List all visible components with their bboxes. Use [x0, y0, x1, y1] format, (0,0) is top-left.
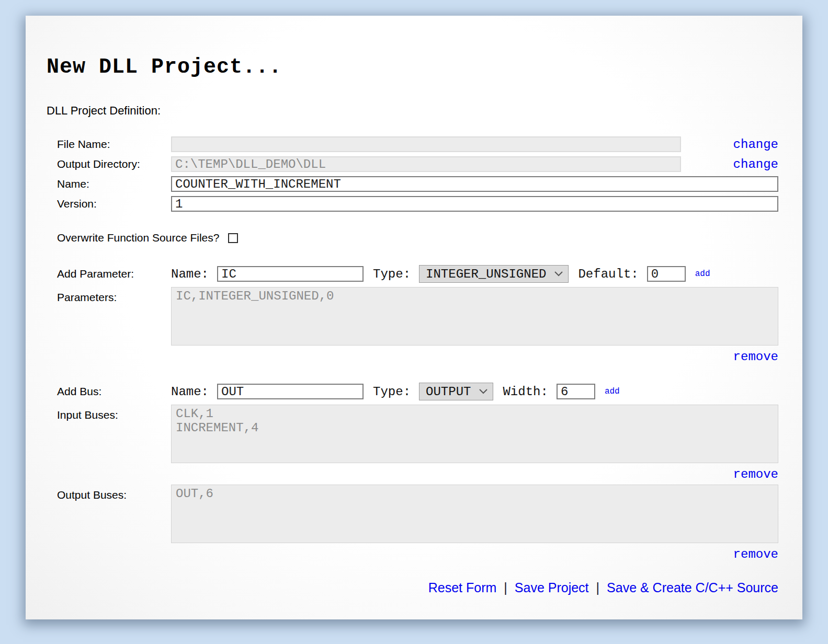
save-create-source-link[interactable]: Save & Create C/C++ Source: [607, 580, 778, 595]
save-project-link[interactable]: Save Project: [515, 580, 589, 595]
file-name-input: [171, 136, 681, 152]
chevron-down-icon: [479, 389, 487, 394]
output-directory-input: [171, 156, 681, 172]
parameters-row: Parameters:: [57, 287, 778, 346]
bus-type-select[interactable]: OUTPUT: [419, 383, 493, 400]
form-actions: Reset Form | Save Project | Save & Creat…: [57, 580, 778, 595]
add-parameter-row: Add Parameter: Name: Type: INTEGER_UNSIG…: [57, 265, 778, 283]
bus-name-input[interactable]: [217, 384, 364, 399]
overwrite-row: Overwrite Function Source Files?: [57, 232, 778, 244]
input-buses-remove-link[interactable]: remove: [733, 467, 778, 481]
dll-project-form: File Name: change Output Directory: chan…: [47, 136, 778, 595]
name-label: Name:: [57, 178, 171, 190]
version-input[interactable]: [171, 196, 778, 212]
output-buses-row: Output Buses:: [57, 485, 778, 543]
output-directory-row: Output Directory: change: [57, 156, 778, 172]
output-buses-remove-link[interactable]: remove: [733, 547, 778, 561]
overwrite-label: Overwrite Function Source Files?: [57, 232, 219, 244]
parameter-default-input[interactable]: [647, 266, 686, 282]
name-row: Name:: [57, 176, 778, 192]
parameter-type-select[interactable]: INTEGER_UNSIGNED: [419, 265, 569, 283]
add-parameter-label: Add Parameter:: [57, 268, 171, 280]
action-separator: |: [504, 580, 507, 595]
chevron-down-icon: [554, 271, 563, 277]
output-directory-change-link[interactable]: change: [733, 157, 778, 171]
parameters-remove-row: remove: [57, 350, 778, 364]
input-buses-row: Input Buses:: [57, 405, 778, 463]
add-bus-label: Add Bus:: [57, 385, 171, 398]
parameter-type-value: INTEGER_UNSIGNED: [426, 267, 546, 281]
parameter-type-label: Type:: [373, 267, 411, 281]
add-bus-row: Add Bus: Name: Type: OUTPUT Width: add: [57, 383, 778, 400]
output-buses-label: Output Buses:: [57, 485, 171, 501]
reset-form-link[interactable]: Reset Form: [428, 580, 497, 595]
bus-type-label: Type:: [373, 385, 411, 399]
output-buses-remove-row: remove: [57, 547, 778, 561]
overwrite-checkbox[interactable]: [228, 233, 238, 243]
bus-name-label: Name:: [171, 385, 209, 399]
parameters-label: Parameters:: [57, 287, 171, 304]
input-buses-remove-row: remove: [57, 467, 778, 481]
bus-width-input[interactable]: [557, 384, 595, 399]
input-buses-listbox[interactable]: [171, 405, 778, 463]
version-row: Version:: [57, 196, 778, 212]
output-directory-label: Output Directory:: [57, 158, 171, 170]
parameters-remove-link[interactable]: remove: [733, 350, 778, 364]
add-bus-link[interactable]: add: [605, 387, 620, 396]
file-name-row: File Name: change: [57, 136, 778, 152]
bus-type-value: OUTPUT: [426, 385, 471, 399]
page-title: New DLL Project...: [47, 16, 778, 79]
parameters-listbox[interactable]: [171, 287, 778, 346]
name-input[interactable]: [171, 176, 778, 192]
parameter-default-label: Default:: [578, 267, 638, 281]
parameter-name-label: Name:: [171, 267, 209, 281]
add-parameter-link[interactable]: add: [695, 269, 710, 279]
action-separator: |: [596, 580, 600, 595]
file-name-change-link[interactable]: change: [733, 137, 778, 152]
parameter-name-input[interactable]: [217, 266, 364, 282]
dll-project-form-panel: New DLL Project... DLL Project Definitio…: [26, 16, 802, 619]
bus-width-label: Width:: [503, 385, 548, 399]
input-buses-label: Input Buses:: [57, 405, 171, 421]
file-name-label: File Name:: [57, 138, 171, 151]
output-buses-listbox[interactable]: [171, 485, 778, 543]
version-label: Version:: [57, 198, 171, 210]
section-heading: DLL Project Definition:: [47, 104, 778, 118]
